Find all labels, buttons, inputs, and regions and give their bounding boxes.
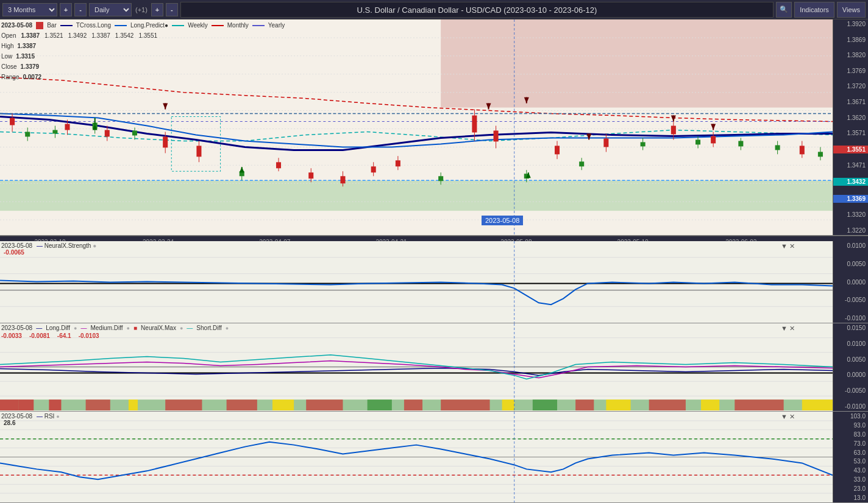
rsi-line-icon: — [37, 413, 43, 420]
svg-rect-76 [800, 146, 805, 154]
rsi-dot: ● [56, 413, 59, 420]
monthly-line-icon [212, 25, 224, 26]
views-btn[interactable]: Views [837, 2, 866, 18]
neuralx-date: 2023-05-08 [1, 242, 32, 249]
weekly-line-icon [172, 25, 184, 26]
neuralx-main[interactable]: 2023-05-08 — NeuralX.Strength ● -0.0065 … [0, 241, 833, 323]
price-highlight-blue: 1.3369 [833, 195, 868, 203]
longpredict-label: Long.Predict● [130, 21, 168, 30]
diff-panel: 2023-05-08 — Long.Diff ● — Medium.Diff ●… [0, 323, 868, 412]
range-label: Range [1, 72, 19, 82]
meddiff-value: -0.0081 [29, 332, 50, 339]
rsi-label-1: 103.0 [833, 413, 868, 420]
neuralx-close-btn[interactable]: ▼ ✕ [781, 242, 795, 250]
svg-rect-117 [227, 399, 257, 410]
toolbar: 3 Months 1 Month 6 Months 1 Year + - Dai… [0, 0, 868, 19]
svg-rect-56 [308, 172, 313, 178]
diff-label-1: 0.0150 [833, 325, 868, 331]
nx-label-3: 0.0000 [833, 279, 868, 286]
svg-rect-68 [555, 146, 560, 154]
price-5: 1.3720 [833, 83, 868, 90]
period-minus-btn[interactable]: - [74, 3, 87, 16]
svg-rect-62 [396, 160, 400, 166]
price-3: 1.3820 [833, 52, 868, 58]
price-9: 1.3471 [833, 162, 868, 169]
search-btn[interactable]: 🔍 [776, 2, 792, 18]
indicators-btn[interactable]: Indicators [794, 2, 834, 18]
chart-legend: 2023-05-08 Bar TCross.Long Long.Predict●… [1, 21, 285, 83]
yearly-line-icon [252, 25, 265, 26]
svg-rect-50 [163, 136, 168, 147]
price-6: 1.3671 [833, 99, 868, 105]
price-11: 1.3220 [833, 227, 868, 234]
diff-header: 2023-05-08 — Long.Diff ● — Medium.Diff ●… [1, 325, 229, 339]
diff-main[interactable]: 2023-05-08 — Long.Diff ● — Medium.Diff ●… [0, 323, 833, 411]
neuralx-line-icon: — [37, 242, 43, 249]
diff-label-4: 0.0000 [833, 371, 868, 378]
yearly-label: Yearly [268, 21, 285, 30]
rsi-date: 2023-05-08 [1, 413, 32, 420]
neuralmax-dot: ● [180, 325, 183, 331]
period-select[interactable]: 3 Months 1 Month 6 Months 1 Year [2, 3, 57, 16]
rsi-label-5: 63.0 [833, 449, 868, 456]
svg-rect-115 [129, 399, 138, 410]
diff-date: 2023-05-08 [1, 325, 32, 331]
neuralx-axis: 0.0100 0.0050 0.0000 -0.0050 -0.0100 [833, 241, 868, 323]
rsi-label-9: 23.0 [833, 485, 868, 492]
diff-label-5: -0.0050 [833, 387, 868, 394]
svg-rect-52 [196, 146, 201, 157]
svg-rect-116 [165, 399, 202, 410]
svg-rect-66 [494, 130, 499, 141]
rsi-name: RSI [44, 413, 55, 420]
range-value: 0.0072 [23, 72, 41, 82]
interval-select[interactable]: Daily Weekly Monthly [89, 3, 132, 16]
svg-rect-128 [701, 399, 719, 410]
svg-rect-114 [86, 399, 110, 410]
price-axis: 1.3920 1.3869 1.3820 1.3769 1.3720 1.367… [833, 19, 868, 235]
svg-rect-40 [775, 145, 780, 150]
neuralx-panel: 2023-05-08 — NeuralX.Strength ● -0.0065 … [0, 241, 868, 323]
bar-label: Bar [47, 21, 57, 30]
rsi-axis: 103.0 93.0 83.0 73.0 63.0 53.0 43.0 33.0… [833, 412, 868, 502]
crosshair-date-label: 2023-05-08 [482, 216, 523, 225]
rsi-label-4: 73.0 [833, 440, 868, 447]
nx-label-4: -0.0050 [833, 297, 868, 303]
svg-rect-24 [132, 130, 137, 135]
nx-label-1: 0.0100 [833, 242, 868, 249]
open-label: Open [1, 31, 16, 41]
rsi-close-btn[interactable]: ▼ ✕ [781, 413, 795, 421]
longdiff-value: -0.0033 [1, 332, 22, 339]
price-highlight-cyan: 1.3432 [833, 178, 868, 186]
rsi-label-6: 53.0 [833, 458, 868, 465]
x-axis: 2023-03-10 2023-03-24 2023-04-07 2023-04… [0, 236, 868, 241]
svg-rect-32 [579, 161, 584, 166]
svg-rect-54 [276, 162, 281, 168]
svg-rect-58 [340, 176, 345, 183]
monthly-value: 1.3542 [115, 31, 134, 41]
svg-rect-42 [818, 152, 823, 157]
svg-rect-38 [738, 141, 743, 146]
low-label: Low [1, 52, 12, 62]
longdiff-icon: — [36, 325, 42, 331]
chart-date: 2023-05-08 [1, 21, 32, 30]
weekly-label: Weekly [188, 21, 208, 30]
svg-rect-20 [52, 130, 57, 133]
inc-minus-btn[interactable]: - [166, 3, 178, 16]
diff-axis: 0.0150 0.0100 0.0050 0.0000 -0.0050 -0.0… [833, 323, 868, 411]
rsi-label-2: 93.0 [833, 422, 868, 429]
svg-rect-2 [0, 180, 833, 211]
neuralx-header: 2023-05-08 — NeuralX.Strength ● -0.0065 [1, 242, 96, 256]
low-value: 1.3315 [16, 52, 35, 62]
tclong-value: 1.3521 [44, 31, 63, 41]
svg-rect-129 [735, 399, 783, 410]
diff-close-btn[interactable]: ▼ ✕ [781, 325, 795, 332]
inc-plus-btn[interactable]: + [151, 3, 163, 16]
period-plus-btn[interactable]: + [60, 3, 72, 16]
svg-rect-48 [105, 130, 110, 136]
close-label: Close [1, 62, 17, 72]
svg-rect-72 [671, 126, 676, 135]
neuralx-name: NeuralX.Strength [44, 242, 91, 249]
svg-rect-70 [603, 138, 608, 147]
price-chart-main[interactable]: 2023-05-08 Bar TCross.Long Long.Predict●… [0, 19, 833, 235]
rsi-main[interactable]: 2023-05-08 — RSI ● 28.6 ▼ ✕ [0, 412, 833, 502]
